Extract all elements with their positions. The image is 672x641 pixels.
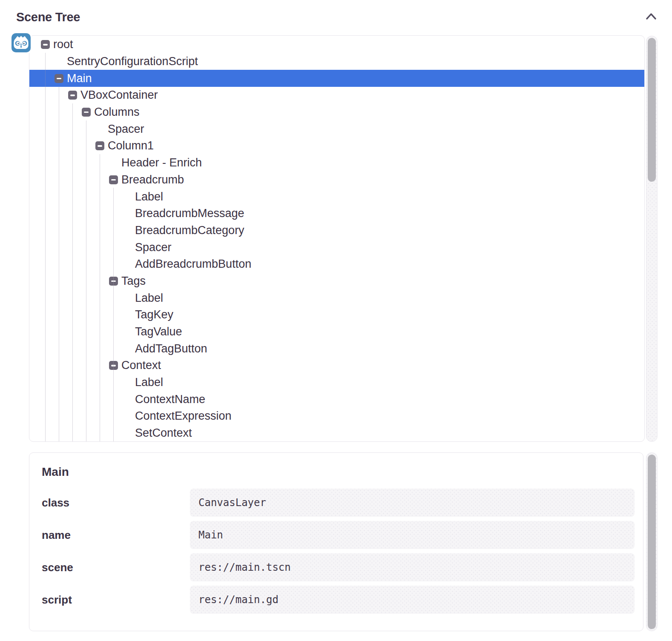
details-scrollbar-track[interactable] — [646, 452, 658, 631]
tree-node[interactable]: BreadcrumbMessage — [29, 205, 644, 222]
tree-node[interactable]: Breadcrumb — [29, 172, 644, 189]
minus-toggle-icon[interactable] — [109, 175, 118, 184]
tree-node[interactable]: Header - Enrich — [29, 155, 644, 172]
tree-node[interactable]: Label — [29, 374, 644, 391]
tree-node-label: Spacer — [135, 241, 172, 254]
tree-node-label: Spacer — [108, 123, 144, 136]
tree-node[interactable]: Tags — [29, 273, 644, 290]
field-label: class — [42, 496, 190, 509]
tree-node[interactable]: ContextName — [29, 391, 644, 408]
scene-tree-page: Scene Tree rootSentryConfigurationScript… — [0, 0, 672, 641]
tree-scrollbar-track[interactable] — [646, 36, 658, 442]
tree-node[interactable]: Column1 — [29, 137, 644, 155]
tree-node-label: AddBreadcrumbButton — [135, 258, 251, 271]
tree-node[interactable]: AddTagButton — [29, 340, 644, 357]
tree-node-label: root — [53, 38, 73, 51]
field-label: script — [42, 593, 190, 607]
detail-field-row: classCanvasLayer — [42, 489, 635, 517]
tree-node-label: Column1 — [108, 139, 154, 152]
tree-node[interactable]: SetContext — [29, 425, 644, 442]
field-label: name — [42, 529, 190, 542]
tree-node-label: ContextName — [135, 393, 205, 406]
tree-node[interactable]: AddBreadcrumbButton — [29, 256, 644, 273]
tree-node-label: ContextExpression — [135, 409, 232, 423]
detail-field-row: nameMain — [42, 521, 635, 549]
tree-node-label: BreadcrumbCategory — [135, 224, 244, 237]
tree-node-label: BreadcrumbMessage — [135, 207, 244, 220]
field-label: scene — [42, 561, 190, 574]
scene-tree-panel: rootSentryConfigurationScriptMainVBoxCon… — [29, 35, 645, 442]
tree-node[interactable]: Spacer — [29, 120, 644, 137]
collapse-section-button[interactable] — [644, 11, 658, 22]
minus-toggle-icon[interactable] — [55, 74, 63, 83]
details-scrollbar-thumb[interactable] — [648, 455, 656, 629]
tree-node-label: SentryConfigurationScript — [67, 55, 198, 68]
tree-node-label: Columns — [94, 106, 140, 119]
tree-node-label: Main — [67, 72, 92, 85]
tree-scrollbar-thumb[interactable] — [648, 38, 656, 182]
detail-field-row: scriptres://main.gd — [42, 586, 635, 614]
minus-toggle-icon[interactable] — [109, 361, 118, 370]
tree-node-label: VBoxContainer — [80, 89, 158, 102]
tree-node-label: Label — [135, 292, 163, 305]
tree-node-label: Label — [135, 376, 163, 389]
details-title: Main — [42, 466, 635, 478]
minus-toggle-icon[interactable] — [82, 108, 91, 117]
field-value: Main — [190, 521, 635, 549]
tree-node-label: Context — [121, 359, 161, 372]
page-title: Scene Tree — [16, 10, 80, 24]
detail-field-row: sceneres://main.tscn — [42, 553, 635, 581]
field-value: res://main.gd — [190, 586, 635, 614]
tree-node-label: Breadcrumb — [121, 173, 184, 186]
tree-node-label: SetContext — [135, 426, 192, 440]
tree-node[interactable]: Columns — [29, 104, 644, 121]
tree-node[interactable]: Label — [29, 188, 644, 205]
tree-node-label: Header - Enrich — [121, 156, 202, 169]
tree-node[interactable]: ContextExpression — [29, 408, 644, 425]
tree-node-label: TagValue — [135, 325, 182, 338]
minus-toggle-icon[interactable] — [95, 141, 104, 150]
field-value: res://main.tscn — [190, 553, 635, 581]
minus-toggle-icon[interactable] — [41, 40, 50, 49]
tree-node[interactable]: BreadcrumbCategory — [29, 222, 644, 239]
node-details-panel: Main classCanvasLayernameMainsceneres://… — [29, 452, 643, 631]
minus-toggle-icon[interactable] — [68, 91, 77, 100]
tree-node[interactable]: VBoxContainer — [29, 87, 644, 104]
chevron-up-icon — [644, 11, 658, 22]
tree-node[interactable]: Label — [29, 289, 644, 306]
godot-icon — [11, 33, 31, 52]
tree-node[interactable]: root — [29, 36, 644, 53]
tree-node-label: AddTagButton — [135, 342, 207, 355]
tree-node[interactable]: TagKey — [29, 306, 644, 323]
tree-node[interactable]: Spacer — [29, 239, 644, 256]
field-value: CanvasLayer — [190, 489, 635, 517]
tree-node-label: TagKey — [135, 308, 173, 321]
tree-node-label: Label — [135, 190, 163, 203]
tree-node[interactable]: Main — [29, 70, 644, 87]
tree-node[interactable]: SentryConfigurationScript — [29, 53, 644, 70]
tree-node[interactable]: Context — [29, 357, 644, 374]
tree-node-label: Tags — [121, 275, 146, 288]
minus-toggle-icon[interactable] — [109, 277, 118, 286]
tree-node[interactable]: TagValue — [29, 323, 644, 341]
